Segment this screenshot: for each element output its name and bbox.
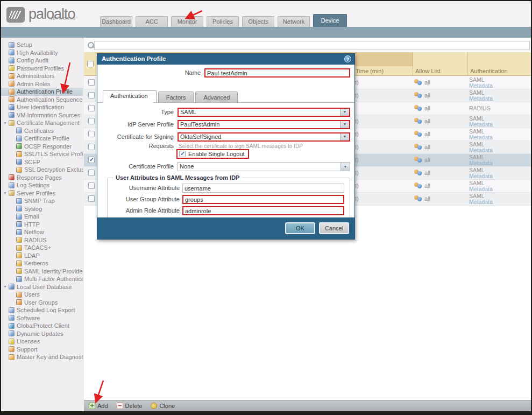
sidebar-item-ssl-tls-service-profile[interactable]: SSL/TLS Service Profile xyxy=(1,150,83,158)
expander-icon[interactable]: ▼ xyxy=(3,121,7,125)
certificate-profile-dropdown[interactable]: None ▼ xyxy=(178,162,350,171)
metadata-link[interactable]: Metadata xyxy=(469,96,493,102)
row-checkbox[interactable] xyxy=(88,182,95,189)
sidebar-item-authentication-profile[interactable]: Authentication Profile xyxy=(1,88,83,96)
sidebar-item-setup[interactable]: Setup xyxy=(1,41,83,49)
tab-factors[interactable]: Factors xyxy=(158,92,194,103)
sidebar-item-ocsp-responder[interactable]: OCSP Responder xyxy=(1,143,83,151)
sidebar-item-scheduled-log-export[interactable]: Scheduled Log Export xyxy=(1,306,83,314)
metadata-link[interactable]: Metadata xyxy=(469,147,493,153)
nav-tab-device[interactable]: Device xyxy=(313,14,347,27)
sidebar-item-certificates[interactable]: Certificates xyxy=(1,127,83,135)
sidebar-item-software[interactable]: Software xyxy=(1,314,83,322)
nav-tab-dashboard[interactable]: Dashboard xyxy=(100,16,132,27)
type-dropdown[interactable]: SAML ▼ xyxy=(178,108,350,117)
nav-tab-network[interactable]: Network xyxy=(278,16,310,27)
expander-icon[interactable]: ▼ xyxy=(3,285,7,289)
add-button[interactable]: Add xyxy=(89,403,108,409)
sidebar-item-password-profiles[interactable]: Password Profiles xyxy=(1,65,83,73)
chevron-down-icon[interactable]: ▼ xyxy=(340,133,349,140)
sidebar-item-label: OCSP Responder xyxy=(24,143,72,150)
certificate-signing-dropdown[interactable]: OktaSelfSigned ▼ xyxy=(178,132,350,142)
tab-authentication-label[interactable]: Authentication xyxy=(110,93,148,99)
clone-button[interactable]: Clone xyxy=(151,403,175,409)
sidebar-item-radius[interactable]: RADIUS xyxy=(1,236,83,244)
config-audit-icon xyxy=(9,58,15,64)
search-input[interactable] xyxy=(94,41,530,50)
sidebar-item-authentication-sequence[interactable]: Authentication Sequence xyxy=(1,96,83,104)
sidebar-item-snmp-trap[interactable]: SNMP Trap xyxy=(1,197,83,205)
admin-role-attribute-field[interactable] xyxy=(182,206,344,215)
sidebar-item-scep[interactable]: SCEP xyxy=(1,158,83,166)
nav-tab-monitor[interactable]: Monitor xyxy=(171,16,203,27)
metadata-link[interactable]: Metadata xyxy=(469,186,493,192)
sidebar-item-certificate-management[interactable]: ▼Certificate Management xyxy=(1,119,83,127)
chevron-down-icon[interactable]: ▼ xyxy=(341,163,350,171)
delete-button[interactable]: Delete xyxy=(117,403,143,409)
row-checkbox[interactable] xyxy=(88,195,95,202)
sidebar-item-multi-factor-authentication[interactable]: Multi Factor Authentication xyxy=(1,275,83,283)
sidebar-item-tacacs-[interactable]: TACACS+ xyxy=(1,244,83,252)
metadata-link[interactable]: Metadata xyxy=(469,160,493,166)
tab-advanced[interactable]: Advanced xyxy=(195,92,238,103)
sidebar-item-globalprotect-client[interactable]: GlobalProtect Client xyxy=(1,322,83,330)
sidebar-item-user-groups[interactable]: User Groups xyxy=(1,299,83,307)
sidebar-item-config-audit[interactable]: Config Audit xyxy=(1,57,83,65)
enable-single-logout-checkbox[interactable] xyxy=(179,151,186,157)
sidebar-item-syslog[interactable]: Syslog xyxy=(1,205,83,213)
row-checkbox[interactable] xyxy=(88,144,95,150)
nav-tab-acc[interactable]: ACC xyxy=(136,16,168,27)
sidebar-item-http[interactable]: HTTP xyxy=(1,221,83,229)
chevron-down-icon[interactable]: ▼ xyxy=(340,109,349,116)
row-checkbox[interactable] xyxy=(88,105,95,111)
sidebar-item-ssl-decryption-exclusion[interactable]: SSL Decryption Exclusion xyxy=(1,166,83,174)
allow-list-header-cell[interactable]: Allow List xyxy=(413,52,468,76)
metadata-link[interactable]: Metadata xyxy=(469,199,493,205)
ok-button[interactable]: OK xyxy=(285,222,315,234)
select-all-checkbox[interactable] xyxy=(87,61,94,67)
sidebar-item-email[interactable]: Email xyxy=(1,213,83,221)
help-icon[interactable]: ? xyxy=(344,55,351,62)
sidebar-item-admin-roles[interactable]: Admin Roles xyxy=(1,80,83,88)
row-checkbox[interactable] xyxy=(88,170,95,176)
metadata-link[interactable]: Metadata xyxy=(469,83,493,89)
metadata-link[interactable]: Metadata xyxy=(469,173,493,179)
type-label: Type xyxy=(97,108,174,117)
sidebar-item-local-user-database[interactable]: ▼Local User Database xyxy=(1,283,83,291)
sidebar-item-users[interactable]: Users xyxy=(1,291,83,299)
nav-tab-policies[interactable]: Policies xyxy=(207,16,239,27)
idp-server-profile-dropdown[interactable]: PaulTestAdmin ▼ xyxy=(178,120,350,129)
name-field[interactable] xyxy=(204,68,350,78)
sidebar-item-master-key-and-diagnostics[interactable]: Master Key and Diagnostics xyxy=(1,353,83,361)
sidebar-item-ldap[interactable]: LDAP xyxy=(1,252,83,260)
sidebar-item-kerberos[interactable]: Kerberos xyxy=(1,259,83,268)
sidebar-item-netflow[interactable]: Netflow xyxy=(1,228,83,236)
cancel-button[interactable]: Cancel xyxy=(319,222,349,234)
sidebar-item-dynamic-updates[interactable]: Dynamic Updates xyxy=(1,330,83,338)
chevron-down-icon[interactable]: ▼ xyxy=(340,121,349,128)
sidebar-item-licenses[interactable]: Licenses xyxy=(1,337,83,346)
sidebar-item-high-availability[interactable]: High Availability xyxy=(1,49,83,57)
metadata-link[interactable]: Metadata xyxy=(469,135,493,140)
authentication-header-cell[interactable]: Authentication xyxy=(468,52,531,76)
sidebar-item-log-settings[interactable]: Log Settings xyxy=(1,181,83,189)
sidebar-item-saml-identity-provider[interactable]: SAML Identity Provider xyxy=(1,268,83,276)
sidebar-item-support[interactable]: Support xyxy=(1,346,83,354)
sidebar-item-vm-information-sources[interactable]: VM Information Sources xyxy=(1,111,83,119)
row-checkbox[interactable] xyxy=(88,92,95,99)
nav-tab-objects[interactable]: Objects xyxy=(242,16,274,27)
sidebar-item-response-pages[interactable]: Response Pages xyxy=(1,174,83,182)
metadata-link[interactable]: Metadata xyxy=(469,122,493,128)
sidebar-item-server-profiles[interactable]: ▼Server Profiles xyxy=(1,189,83,198)
row-checkbox[interactable] xyxy=(88,157,95,163)
sidebar-item-user-identification[interactable]: User Identification xyxy=(1,103,83,111)
expander-icon[interactable]: ▼ xyxy=(3,191,7,195)
row-checkbox[interactable] xyxy=(88,79,95,86)
row-checkbox[interactable] xyxy=(88,131,95,137)
sidebar-item-administrators[interactable]: Administrators xyxy=(1,72,83,80)
syslog-icon xyxy=(16,206,22,212)
sidebar-item-certificate-profile[interactable]: Certificate Profile xyxy=(1,135,83,143)
row-checkbox[interactable] xyxy=(88,118,95,124)
user-group-attribute-field[interactable] xyxy=(182,195,344,204)
username-attribute-field[interactable] xyxy=(182,184,344,193)
